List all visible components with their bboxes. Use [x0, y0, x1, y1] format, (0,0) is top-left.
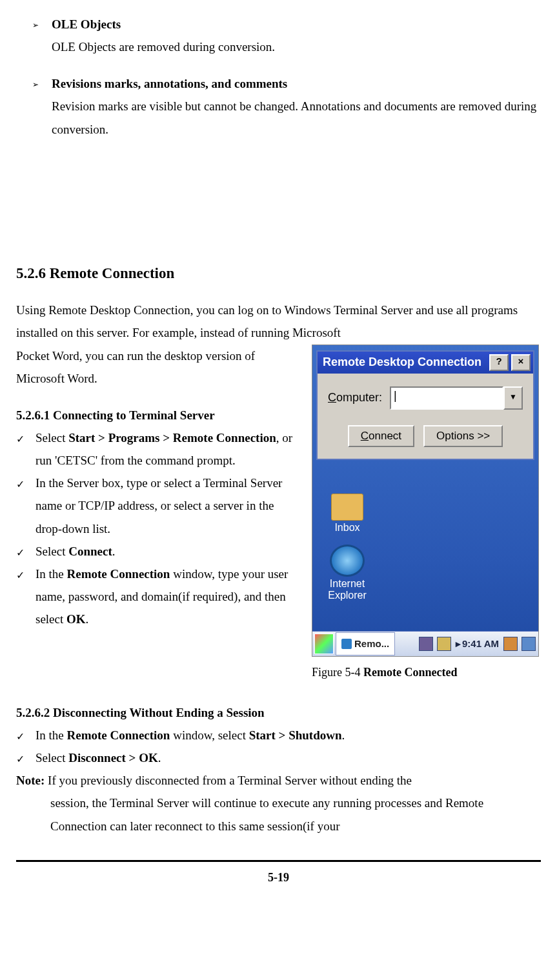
left-column: Pocket Word, you can run the desktop ver… [16, 345, 302, 631]
rdc-title-text: Remote Desktop Connection [323, 355, 487, 370]
list-item: ✓ In the Remote Connection window, type … [16, 563, 302, 630]
list-item: ✓ Select Disconnect > OK. [16, 746, 541, 769]
help-button[interactable]: ? [489, 354, 509, 371]
tray-icon[interactable] [503, 637, 518, 651]
ie-icon-img [330, 545, 365, 577]
figure-caption: Figure 5-4 Remote Connected [312, 662, 541, 683]
check-icon: ✓ [16, 563, 35, 585]
taskbar-task[interactable]: Remo... [336, 632, 395, 655]
check-icon: ✓ [16, 426, 35, 449]
list-item: ✓ Select Connect. [16, 540, 302, 563]
system-tray: ▸ 9:41 AM [418, 637, 536, 651]
arrow-bullet-icon: ➢ [32, 72, 52, 92]
options-button[interactable]: Options >> [423, 425, 503, 447]
note-label: Note: [16, 774, 45, 787]
task-icon [341, 639, 352, 649]
rdc-window: Remote Desktop Connection ? × Computer: … [316, 350, 534, 460]
sub-heading-1: 5.2.6.1 Connecting to Terminal Server [16, 404, 302, 426]
connect-button[interactable]: Connect [348, 425, 414, 447]
list-item: ✓ In the Remote Connection window, selec… [16, 724, 541, 746]
right-column: Remote Desktop Connection ? × Computer: … [312, 345, 541, 683]
intro-text-cont: Pocket Word, you can run the desktop ver… [16, 345, 302, 390]
page-number: 5-19 [16, 867, 541, 888]
remote-desktop-screenshot: Remote Desktop Connection ? × Computer: … [312, 345, 539, 657]
combo-dropdown-button[interactable]: ▼ [503, 386, 523, 410]
tray-icon[interactable] [522, 637, 536, 651]
check-icon: ✓ [16, 724, 35, 746]
note: Note: If you previously disconnected fro… [16, 769, 541, 837]
inbox-icon[interactable]: Inbox [321, 494, 373, 534]
start-button[interactable] [314, 634, 334, 654]
bullet-revisions-text: Revision marks are visible but cannot be… [52, 95, 541, 140]
check-icon: ✓ [16, 472, 35, 494]
rdc-titlebar[interactable]: Remote Desktop Connection ? × [318, 352, 533, 374]
tray-icon[interactable] [437, 637, 451, 651]
arrow-bullet-icon: ➢ [32, 13, 52, 32]
bullet-title: OLE Objects [52, 17, 121, 31]
close-button[interactable]: × [511, 354, 531, 371]
list-item: ✓ Select Start > Programs > Remote Conne… [16, 426, 302, 472]
computer-label: Computer: [328, 391, 382, 405]
section-heading: 5.2.6 Remote Connection [16, 260, 541, 288]
computer-input[interactable]: | [390, 386, 503, 410]
bullet-revisions: ➢ Revisions marks, annotations, and comm… [32, 72, 541, 95]
sub-heading-2: 5.2.6.2 Disconnecting Without Ending a S… [16, 701, 541, 724]
tray-icon[interactable] [419, 637, 433, 651]
bullet-ole-text: OLE Objects are removed during conversio… [52, 35, 541, 58]
clock[interactable]: ▸ 9:41 AM [456, 638, 499, 650]
taskbar: Remo... ▸ 9:41 AM [312, 631, 538, 656]
desktop-icons: Inbox Internet Explorer [321, 494, 373, 613]
intro-text: Using Remote Desktop Connection, you can… [16, 299, 541, 344]
inbox-icon-img [331, 494, 363, 521]
check-icon: ✓ [16, 540, 35, 563]
bullet-title: Revisions marks, annotations, and commen… [52, 77, 287, 90]
list-item: ✓ In the Server box, type or select a Te… [16, 472, 302, 539]
ie-icon[interactable]: Internet Explorer [321, 545, 373, 601]
bullet-ole: ➢ OLE Objects [32, 13, 541, 35]
footer-rule [16, 860, 541, 862]
check-icon: ✓ [16, 746, 35, 769]
